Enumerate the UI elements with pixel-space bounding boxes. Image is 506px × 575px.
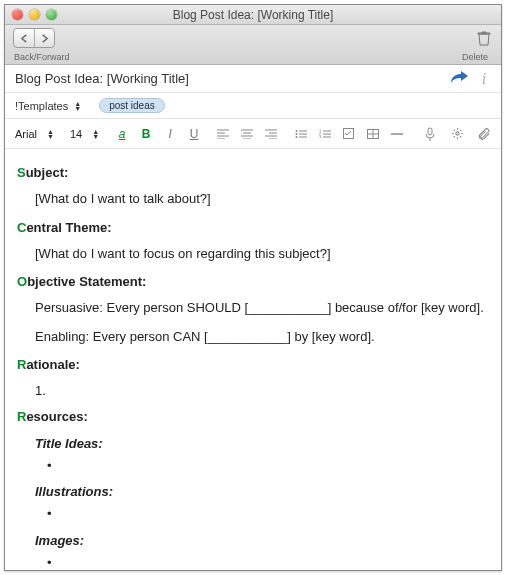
text-color-button[interactable]: a — [115, 127, 129, 141]
window-controls — [5, 9, 57, 20]
minimize-icon[interactable] — [29, 9, 40, 20]
stepper-icon: ▲▼ — [74, 101, 81, 111]
checkbox-button[interactable] — [343, 128, 357, 139]
number-list-button[interactable]: 123 — [319, 129, 333, 139]
nav-caption: Back/Forward — [14, 52, 70, 62]
rationale-item: 1. — [35, 383, 489, 399]
list-item: • — [47, 555, 489, 570]
underline-button[interactable]: U — [187, 127, 201, 141]
objective-heading: Objective Statement: — [17, 274, 489, 290]
back-forward-segment — [13, 28, 55, 48]
format-toolbar: Arial ▲▼ 14 ▲▼ a B I U 123 — [5, 119, 501, 149]
illustrations-heading: Illustrations: — [35, 484, 489, 500]
list-item: • — [47, 458, 489, 474]
titlebar: Blog Post Idea: [Working Title] — [5, 5, 501, 25]
rationale-heading: Rationale: — [17, 357, 489, 373]
table-button[interactable] — [367, 129, 381, 139]
align-center-button[interactable] — [241, 129, 255, 139]
svg-rect-8 — [428, 128, 432, 135]
forward-button[interactable] — [34, 29, 54, 47]
svg-text:3: 3 — [319, 134, 322, 139]
note-header: Blog Post Idea: [Working Title] i — [5, 65, 501, 93]
stepper-icon[interactable]: ▲▼ — [47, 129, 54, 139]
svg-point-1 — [296, 133, 298, 135]
theme-body: [What do I want to focus on regarding th… — [35, 246, 489, 262]
svg-point-0 — [296, 130, 298, 132]
delete-button[interactable] — [475, 28, 493, 48]
close-icon[interactable] — [12, 9, 23, 20]
subject-body: [What do I want to talk about?] — [35, 191, 489, 207]
svg-point-9 — [456, 131, 459, 134]
bold-button[interactable]: B — [139, 127, 153, 141]
resources-heading: Resources: — [17, 409, 489, 425]
info-icon[interactable]: i — [477, 70, 491, 88]
stepper-icon[interactable]: ▲▼ — [92, 129, 99, 139]
gear-icon[interactable] — [451, 127, 465, 141]
mic-icon[interactable] — [425, 127, 439, 141]
notebook-label: !Templates — [15, 100, 68, 112]
notebook-selector[interactable]: !Templates ▲▼ — [15, 100, 81, 112]
app-window: Blog Post Idea: [Working Title] Back/For… — [4, 4, 502, 571]
title-ideas-heading: Title Ideas: — [35, 436, 489, 452]
italic-button[interactable]: I — [163, 127, 177, 141]
editor-body[interactable]: Subject: [What do I want to talk about?]… — [5, 149, 501, 570]
objective-persuasive: Persuasive: Every person SHOULD [_______… — [35, 300, 489, 316]
objective-enabling: Enabling: Every person CAN [___________]… — [35, 329, 489, 345]
meta-row: !Templates ▲▼ post ideas — [5, 93, 501, 119]
bullet-list-button[interactable] — [295, 129, 309, 139]
align-left-button[interactable] — [217, 129, 231, 139]
list-item: • — [47, 506, 489, 522]
note-title: Blog Post Idea: [Working Title] — [15, 71, 189, 86]
align-right-button[interactable] — [265, 129, 279, 139]
share-icon[interactable] — [449, 68, 469, 89]
window-title: Blog Post Idea: [Working Title] — [5, 8, 501, 22]
theme-heading: Central Theme: — [17, 220, 489, 236]
main-toolbar: Back/Forward Delete — [5, 25, 501, 65]
svg-point-2 — [296, 136, 298, 138]
font-select[interactable]: Arial — [15, 128, 37, 140]
hr-button[interactable] — [391, 129, 405, 139]
size-select[interactable]: 14 — [70, 128, 82, 140]
zoom-icon[interactable] — [46, 9, 57, 20]
back-button[interactable] — [14, 29, 34, 47]
delete-caption: Delete — [462, 52, 488, 62]
tag-pill[interactable]: post ideas — [99, 98, 165, 113]
images-heading: Images: — [35, 533, 489, 549]
attachment-icon[interactable] — [477, 127, 491, 141]
subject-heading: Subject: — [17, 165, 489, 181]
